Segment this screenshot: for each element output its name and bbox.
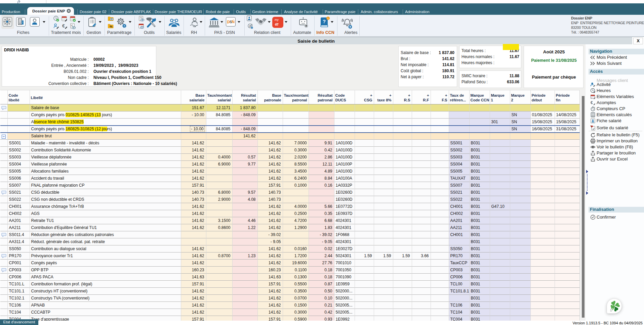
svg-text:%: %	[110, 25, 113, 28]
svg-text:æ: æ	[275, 21, 279, 27]
svg-text:?: ?	[323, 18, 326, 24]
svg-text:€: €	[591, 100, 593, 105]
svg-text:€: €	[62, 23, 65, 29]
svg-text:!: !	[327, 17, 328, 20]
